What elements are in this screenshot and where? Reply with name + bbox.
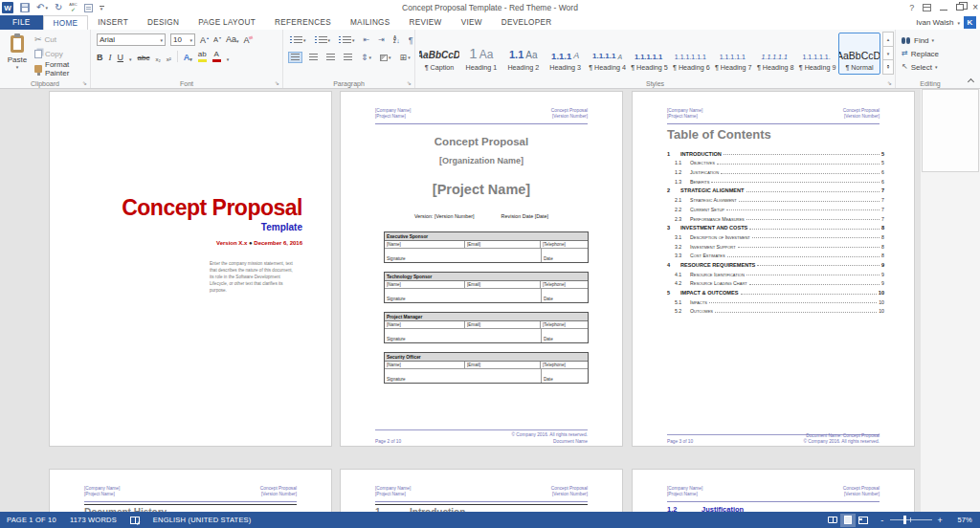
toc-entry[interactable]: 2.3 Performance Measures 7 xyxy=(667,212,884,222)
shrink-font-button[interactable]: A▾ xyxy=(213,35,221,44)
format-painter-button[interactable]: Format Painter xyxy=(34,63,90,74)
borders-button[interactable]: ⊞▾ xyxy=(398,52,412,63)
toc-entry[interactable]: 2.2 Current Setup 7 xyxy=(667,203,884,212)
grow-font-button[interactable]: A▴ xyxy=(200,35,209,45)
toc-entry[interactable]: 4.2 Resource Loading Chart 9 xyxy=(667,277,884,287)
underline-dropdown-icon[interactable]: ▾ xyxy=(129,56,132,62)
toc-entry[interactable]: 1 INTRODUCTION 5 xyxy=(667,147,884,157)
toc-entry[interactable]: 1.3 Benefits 6 xyxy=(667,175,884,185)
cut-button[interactable]: ✂ Cut xyxy=(34,34,90,45)
toc-entry[interactable]: 3.2 Investment Support 8 xyxy=(667,240,884,250)
zoom-slider-thumb[interactable] xyxy=(903,516,906,524)
style-gallery-item[interactable]: 1.1.1 A Heading 3 xyxy=(545,33,587,75)
ribbon-tab[interactable]: PAGE LAYOUT xyxy=(189,15,265,30)
clear-formatting-button[interactable]: A xyxy=(244,35,250,45)
ribbon-tab[interactable]: MAILINGS xyxy=(341,15,400,30)
multilevel-list-button[interactable]: ▾ xyxy=(337,34,357,46)
styles-dialog-launcher-icon[interactable]: ⇘ xyxy=(887,79,892,86)
vertical-scrollbar-thumb[interactable] xyxy=(922,89,979,172)
close-icon[interactable]: × xyxy=(972,3,978,12)
help-icon[interactable]: ? xyxy=(909,3,914,12)
decrease-indent-button[interactable]: ⇤ xyxy=(362,34,372,46)
ribbon-tab[interactable]: HOME xyxy=(43,15,89,30)
style-gallery-item[interactable]: 1.1 Aa Heading 2 xyxy=(502,33,545,75)
toc-entry[interactable]: 3.3 Cost Estimates 8 xyxy=(667,250,884,259)
style-gallery-item[interactable]: AaBbCcD ¶ Caption xyxy=(418,33,460,75)
sort-button[interactable]: AZ ↓ xyxy=(391,34,402,46)
page-1-cover[interactable]: Concept Proposal Template Version X.x ● … xyxy=(49,91,332,447)
style-gallery-item[interactable]: 1.1.1.1.1.1 ¶ Heading 6 xyxy=(670,33,712,75)
style-gallery-item[interactable]: AaBbCcD ¶ Normal xyxy=(838,33,880,75)
align-right-button[interactable] xyxy=(324,52,337,63)
collapse-ribbon-icon[interactable] xyxy=(968,77,974,84)
ribbon-tab[interactable]: VIEW xyxy=(452,15,492,30)
align-center-button[interactable] xyxy=(307,52,320,63)
web-layout-button[interactable] xyxy=(856,514,871,527)
proofing-errors-icon[interactable] xyxy=(130,517,140,524)
page-6-justification[interactable]: [Company Name][Project Name] Concept Pro… xyxy=(632,469,915,512)
show-hide-paragraph-button[interactable]: ¶ xyxy=(407,34,415,46)
toc-entry[interactable]: 1.2 Justification 6 xyxy=(667,165,884,175)
style-gallery-item[interactable]: 1 Aa Heading 1 xyxy=(460,33,502,75)
paste-dropdown-icon[interactable]: ▾ xyxy=(16,64,19,70)
zoom-percentage[interactable]: 57% xyxy=(951,516,972,524)
increase-indent-button[interactable]: ⇥ xyxy=(376,34,387,46)
ribbon-tab[interactable]: DESIGN xyxy=(138,15,189,30)
account-dropdown-icon[interactable]: ▾ xyxy=(957,20,960,26)
word-count[interactable]: 1173 WORDS xyxy=(70,516,117,524)
font-color-dropdown-icon[interactable]: ▾ xyxy=(227,56,230,62)
page-indicator[interactable]: PAGE 1 OF 10 xyxy=(7,516,56,524)
change-case-button[interactable]: Aa▾ xyxy=(226,35,239,44)
page-5-introduction[interactable]: [Company Name][Project Name] Concept Pro… xyxy=(340,469,623,512)
avatar[interactable]: K xyxy=(964,16,976,29)
page-4-history[interactable]: [Company Name][Project Name] Concept Pro… xyxy=(49,469,332,512)
language-indicator[interactable]: ENGLISH (UNITED STATES) xyxy=(153,516,252,524)
ribbon-tab[interactable]: FILE xyxy=(0,15,43,30)
toc-entry[interactable]: 5.1 Impacts 10 xyxy=(667,296,884,305)
ribbon-tab[interactable]: REVIEW xyxy=(400,15,452,30)
page-3-toc[interactable]: [Company Name][Project Name] Concept Pro… xyxy=(632,91,915,447)
bullets-button[interactable]: ▾ xyxy=(288,34,308,46)
gallery-more-icon[interactable]: ▾ xyxy=(882,59,894,75)
style-gallery-item[interactable]: 1.1.1.1 A ¶ Heading 4 xyxy=(587,33,629,75)
clipboard-dialog-launcher-icon[interactable]: ⇘ xyxy=(82,79,87,86)
style-gallery-item[interactable]: 1.1.1.1.1 ¶ Heading 5 xyxy=(629,33,671,75)
underline-button[interactable]: U xyxy=(118,54,124,62)
replace-button[interactable]: ⇄ Replace xyxy=(902,49,939,58)
paragraph-dialog-launcher-icon[interactable]: ⇘ xyxy=(407,79,412,86)
print-layout-button[interactable] xyxy=(840,514,856,527)
gallery-scroll-down-icon[interactable]: ▾ xyxy=(882,46,894,61)
toc-entry[interactable]: 2 STRATEGIC ALIGNMENT 7 xyxy=(667,185,884,194)
account-area[interactable]: Ivan Walsh ▾ K xyxy=(916,15,976,30)
style-gallery-item[interactable]: 1.1.1.1.1 ¶ Heading 7 xyxy=(712,33,754,75)
text-effects-button[interactable]: A▾ xyxy=(184,54,192,62)
page-2-signatures[interactable]: [Company Name][Project Name] Concept Pro… xyxy=(340,91,623,447)
ribbon-tab[interactable]: DEVELOPER xyxy=(492,15,562,30)
paste-button[interactable]: Paste ▾ xyxy=(3,33,32,86)
toc-entry[interactable]: 1.1 Objectives 5 xyxy=(667,157,884,166)
line-spacing-button[interactable]: ⇕▾ xyxy=(359,52,373,63)
ribbon-display-options-icon[interactable] xyxy=(923,4,931,11)
toc-entry[interactable]: 3 INVESTMENT AND COSTS 8 xyxy=(667,222,884,231)
style-gallery-item[interactable]: 1.1.1.1.1 ¶ Heading 8 xyxy=(754,33,796,75)
shading-button[interactable]: ▾ xyxy=(378,52,393,63)
style-gallery-item[interactable]: 1.1.1.1.1. ¶ Heading 9 xyxy=(796,33,838,75)
font-color-button[interactable]: A xyxy=(212,51,221,62)
read-mode-button[interactable] xyxy=(825,514,840,527)
highlight-color-button[interactable]: ab xyxy=(198,51,207,62)
restore-icon[interactable] xyxy=(956,4,964,11)
toc-entry[interactable]: 3.1 Description of Investment 8 xyxy=(667,231,884,240)
toc-entry[interactable]: 5 IMPACT & OUTCOMES 10 xyxy=(667,286,884,296)
font-size-dropdown-icon[interactable]: ▾ xyxy=(189,37,192,43)
superscript-button[interactable]: x² xyxy=(167,56,171,62)
toc-entry[interactable]: 4.1 Resource Identification 9 xyxy=(667,268,884,277)
italic-button[interactable]: I xyxy=(109,54,112,62)
zoom-in-button[interactable]: + xyxy=(938,516,943,525)
align-left-button[interactable] xyxy=(288,52,302,63)
numbering-button[interactable]: ▾ xyxy=(313,34,333,46)
ribbon-tab[interactable]: INSERT xyxy=(88,15,138,30)
zoom-slider[interactable] xyxy=(890,519,932,520)
zoom-out-button[interactable]: - xyxy=(880,516,883,525)
toc-entry[interactable]: 4 RESOURCE REQUIREMENTS 9 xyxy=(667,258,884,268)
font-dialog-launcher-icon[interactable]: ⇘ xyxy=(275,79,279,86)
